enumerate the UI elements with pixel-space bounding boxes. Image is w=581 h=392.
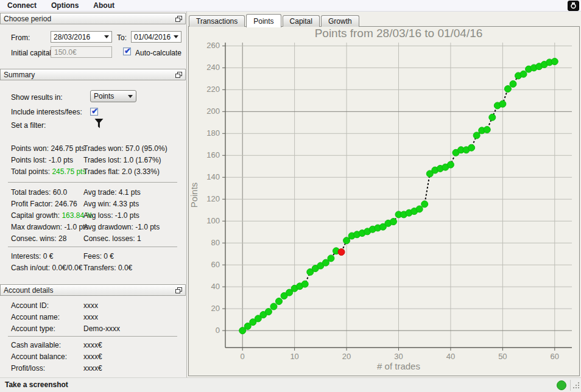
account-row-label: Account ID: <box>0 301 83 310</box>
stat-text: Cash in/out: 0.0€/0.0€ <box>0 264 83 272</box>
y-tick-label: 260 <box>206 41 220 50</box>
menu-item-connect[interactable]: Connect <box>0 1 44 11</box>
y-axis-label: Points <box>189 183 199 208</box>
right-panel: TransactionsPointsCapitalGrowth 01020304… <box>188 12 581 377</box>
stat-value: 2.0 (3.33%) <box>122 167 160 176</box>
summary-title: Summary <box>4 71 35 79</box>
stat-value: -1.0 pts <box>135 223 160 231</box>
tab-transactions[interactable]: Transactions <box>189 15 245 27</box>
stat-text: Interests: 0 € <box>0 252 83 261</box>
chevron-down-icon <box>128 95 133 98</box>
account-row: Account type:Demo-xxxx <box>0 323 186 334</box>
account-row-label: Profit/loss: <box>0 364 83 373</box>
stat-value: 60.0 <box>53 188 67 197</box>
chart-data-point <box>551 58 558 65</box>
account-details-header: Account details <box>0 284 186 296</box>
y-tick-label: 120 <box>206 194 220 203</box>
y-tick-label: 0 <box>216 326 220 335</box>
account-row-value: xxxx <box>83 313 98 321</box>
account-row-label: Cash available: <box>0 341 83 349</box>
auto-calculate-checkbox[interactable]: ✔ <box>123 47 131 55</box>
include-interests-label: Include interests/fees: <box>11 108 82 116</box>
filter-funnel-icon[interactable] <box>94 118 104 131</box>
stat-row: Total trades: 60.0Avg trade: 4.1 pts <box>0 186 186 198</box>
x-tick-label: 30 <box>394 352 403 361</box>
stat-text: Trades won: 57.0 (95.0%) <box>83 144 167 153</box>
y-tick-label: 80 <box>211 238 220 247</box>
stat-text: Max drawdown: -1.0 pts <box>0 223 83 231</box>
account-row-value: xxxx <box>83 301 98 310</box>
stat-row: Profit Factor: 246.76Avg win: 4.33 pts <box>0 198 186 209</box>
x-tick-label: 0 <box>241 352 245 361</box>
choose-period-title: Choose period <box>4 15 51 23</box>
check-icon: ✔ <box>124 46 131 55</box>
summary-stats-group3: Interests: 0 €Fees: 0 €Cash in/out: 0.0€… <box>0 250 186 273</box>
initial-capital-input[interactable]: 150.0€ <box>51 46 112 58</box>
summary-stats-group2: Total trades: 60.0Avg trade: 4.1 ptsProf… <box>0 186 186 244</box>
set-filter-label: Set a filter: <box>11 121 46 130</box>
chevron-down-icon <box>174 35 178 38</box>
summary-header: Summary <box>0 69 186 80</box>
stat-value: 28 <box>58 234 66 243</box>
stat-text: Capital growth: 163.84 % <box>0 211 83 220</box>
points-chart-panel: 0102030405060020406080100120140160180200… <box>188 26 580 376</box>
stat-text: Avg trade: 4.1 pts <box>83 188 141 197</box>
auto-calculate-label: Auto-calculate <box>135 49 181 57</box>
connection-status-icon <box>557 380 566 390</box>
menu-item-options[interactable]: Options <box>44 1 86 11</box>
chart-data-point <box>390 219 396 225</box>
stat-text: Profit Factor: 246.76 <box>0 200 83 208</box>
divider <box>570 380 571 391</box>
include-interests-checkbox[interactable]: ✔ <box>90 108 98 116</box>
choose-period-header: Choose period <box>0 13 186 24</box>
chart-data-point <box>301 281 308 287</box>
x-tick-label: 40 <box>446 352 455 361</box>
chart-data-point <box>504 86 511 93</box>
account-rows-group2: Cash available:xxxx€Account balance:xxxx… <box>0 339 186 374</box>
left-column: Choose period From: 28/03/2016 To: 01/04… <box>0 12 187 377</box>
chart-data-point <box>468 144 475 151</box>
account-row-label: Account balance: <box>0 352 83 361</box>
menu-item-about[interactable]: About <box>86 1 122 11</box>
app-window: Connect Options About Choose period From… <box>0 0 581 392</box>
y-tick-label: 100 <box>206 216 220 225</box>
summary-stats-group1: Points won: 246.75 ptsTrades won: 57.0 (… <box>0 142 186 177</box>
stat-value: 0 € <box>43 252 54 261</box>
stat-text: Total trades: 60.0 <box>0 188 83 197</box>
menubar: Connect Options About <box>0 0 581 12</box>
stat-value: 57.0 (95.0%) <box>125 144 167 153</box>
float-panel-icon[interactable] <box>175 72 182 78</box>
tab-growth[interactable]: Growth <box>321 15 359 27</box>
divider <box>8 336 177 337</box>
from-label: From: <box>11 33 30 42</box>
account-row: Account name:xxxx <box>0 311 186 323</box>
stat-text: Trades lost: 1.0 (1.67%) <box>83 156 161 164</box>
float-panel-icon[interactable] <box>175 287 182 293</box>
account-rows-group1: Account ID:xxxxAccount name:xxxxAccount … <box>0 299 186 334</box>
chart-data-point <box>489 114 496 121</box>
stat-text: Total points: 245.75 pts <box>0 167 83 176</box>
account-row: Account balance:xxxx€ <box>0 351 186 362</box>
points-chart: 0102030405060020406080100120140160180200… <box>189 27 579 376</box>
chart-data-point <box>421 201 428 208</box>
stat-text: Fees: 0 € <box>83 252 114 261</box>
resize-grip-icon[interactable] <box>572 381 580 391</box>
show-results-select[interactable]: Points <box>90 90 136 102</box>
tab-points[interactable]: Points <box>246 14 281 27</box>
stat-text: Transfers: 0.0€ <box>83 264 132 272</box>
account-row: Profit/loss:xxxx€ <box>0 362 186 374</box>
to-date-select[interactable]: 01/04/2016 <box>131 31 181 43</box>
chart-data-point <box>275 298 282 304</box>
tab-capital[interactable]: Capital <box>283 15 320 27</box>
stat-row: Points won: 246.75 ptsTrades won: 57.0 (… <box>0 142 186 154</box>
camera-icon[interactable] <box>568 1 579 11</box>
x-tick-label: 60 <box>551 352 559 361</box>
chart-data-point <box>328 255 334 262</box>
account-row: Account ID:xxxx <box>0 299 186 311</box>
from-date-select[interactable]: 28/03/2016 <box>51 31 112 43</box>
float-panel-icon[interactable] <box>175 16 182 22</box>
x-axis-label: # of trades <box>377 361 420 371</box>
y-tick-label: 220 <box>206 85 220 94</box>
stat-value: -1.0 pts <box>49 156 73 164</box>
account-row-value: xxxx€ <box>83 364 102 373</box>
